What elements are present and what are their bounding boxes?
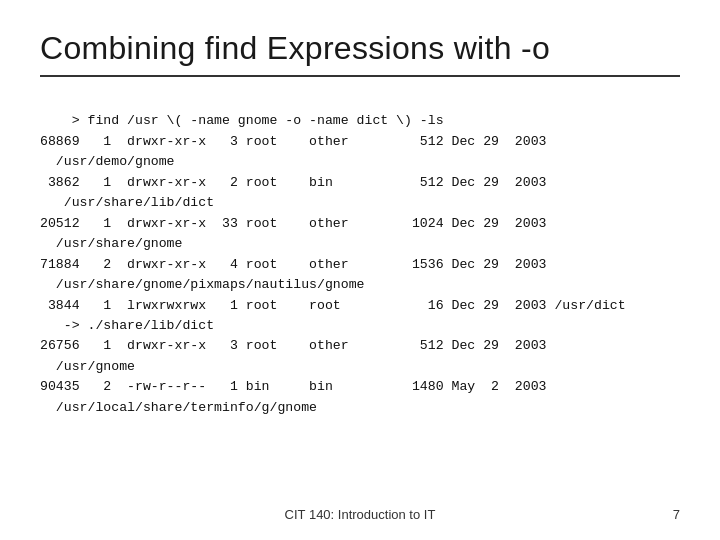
line-9: /usr/share/gnome/pixmaps/nautilus/gnome [40, 277, 364, 292]
line-7: /usr/share/gnome [40, 236, 182, 251]
title-divider [40, 75, 680, 77]
line-12: 26756 1 drwxr-xr-x 3 root other 512 Dec … [40, 338, 546, 353]
line-15: /usr/local/share/terminfo/g/gnome [40, 400, 317, 415]
footer: CIT 140: Introduction to IT [0, 507, 720, 522]
slide: Combining find Expressions with -o > fin… [0, 0, 720, 540]
line-13: /usr/gnome [40, 359, 135, 374]
line-6: 20512 1 drwxr-xr-x 33 root other 1024 De… [40, 216, 546, 231]
line-11: -> ./share/lib/dict [40, 318, 214, 333]
line-8: 71884 2 drwxr-xr-x 4 root other 1536 Dec… [40, 257, 546, 272]
line-4: 3862 1 drwxr-xr-x 2 root bin 512 Dec 29 … [40, 175, 546, 190]
line-5: /usr/share/lib/dict [40, 195, 214, 210]
line-10: 3844 1 lrwxrwxrwx 1 root root 16 Dec 29 … [40, 298, 626, 313]
footer-course: CIT 140: Introduction to IT [285, 507, 436, 522]
code-content: > find /usr \( -name gnome -o -name dict… [40, 91, 680, 439]
line-1: > find /usr \( -name gnome -o -name dict… [72, 113, 444, 128]
line-3: /usr/demo/gnome [40, 154, 175, 169]
slide-title: Combining find Expressions with -o [40, 30, 680, 67]
line-14: 90435 2 -rw-r--r-- 1 bin bin 1480 May 2 … [40, 379, 546, 394]
line-2: 68869 1 drwxr-xr-x 3 root other 512 Dec … [40, 134, 546, 149]
footer-page-number: 7 [673, 507, 680, 522]
